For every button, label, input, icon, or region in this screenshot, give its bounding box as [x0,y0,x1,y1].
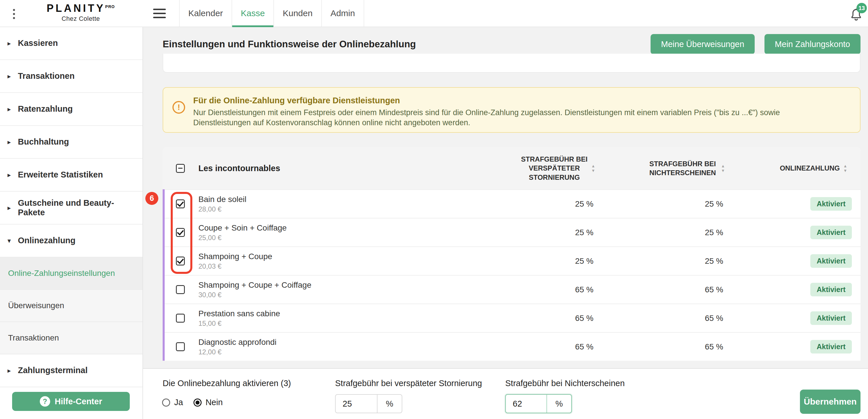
brand-pro-label: PRO [105,4,115,9]
help-center-button[interactable]: ? Hilfe-Center [12,392,130,411]
settings-footer: Die Onlinebezahlung aktivieren (3) Ja Ne… [143,368,868,419]
kebab-menu-icon[interactable] [10,7,18,21]
service-cell: Prestation sans cabine15,00 € [190,309,450,328]
caret-right-icon: ▸ [7,72,14,80]
sidebar-item-buchhaltung[interactable]: ▸ Buchhaltung [0,126,143,159]
sidebar-item-label: Ratenzahlung [18,104,73,114]
tab-kasse[interactable]: Kasse [231,0,273,27]
sort-asc-icon: ▲ [591,164,595,168]
table-group-title: Les incontournables [190,163,450,173]
sort-desc-icon: ▼ [721,169,725,173]
service-cell: Bain de soleil28,00 € [190,195,450,213]
brand-logo: PLANITYPRO Chez Colette [37,2,124,23]
sidebar-item-zahlungsterminal[interactable]: ▸ Zahlungsterminal [0,354,143,387]
sort-desc-icon: ▼ [591,169,595,173]
notification-badge: 13 [857,3,867,13]
status-badge: Aktiviert [810,254,852,268]
table-row: Shampoing + Coupe20,03 € 25 % 25 % Aktiv… [163,246,861,275]
status-badge: Aktiviert [810,283,852,296]
caret-right-icon: ▸ [7,138,14,146]
row-check-cell [163,342,190,351]
no-show-fee-label: Strafgebühr bei Nichterscheinen [505,379,625,388]
annotation-step-number: 6 [145,192,158,205]
late-cancel-value: 25 % [450,200,609,209]
sort-icon[interactable]: ▲▼ [591,164,595,173]
row-checkbox[interactable] [176,314,185,323]
table-row: Diagnostic approfondi12,00 € 65 % 65 % A… [163,332,861,361]
no-show-value: 25 % [609,200,738,209]
scrolled-card-partial [163,54,861,73]
radio-ja[interactable]: Ja [162,398,183,407]
sidebar-subitem-ueberweisungen[interactable]: Überweisungen [0,290,143,322]
no-show-value: 65 % [609,285,738,294]
brand-location: Chez Colette [37,15,124,23]
sidebar-item-label: Transaktionen [18,71,75,81]
caret-right-icon: ▸ [7,39,14,47]
radio-nein[interactable]: Nein [193,398,223,407]
select-all-checkbox[interactable] [176,164,185,173]
caret-down-icon: ▾ [7,237,14,244]
radio-circle-icon [162,398,170,407]
no-show-input-group: % [505,394,572,413]
brand-name-text: PLANITY [47,2,105,14]
status-badge: Aktiviert [810,311,852,325]
sort-icon[interactable]: ▲▼ [721,164,725,173]
status-cell: Aktiviert [738,254,861,268]
sort-icon[interactable]: ▲▼ [843,164,847,173]
sidebar-item-erweiterte-statistiken[interactable]: ▸ Erweiterte Statistiken [0,159,143,191]
main-tabs: Kalender Kasse Kunden Admin [179,0,364,27]
column-header-label: ONLINEZAHLUNG [780,163,840,173]
no-show-value: 65 % [609,314,738,323]
column-header-onlinezahlung[interactable]: ONLINEZAHLUNG ▲▼ [738,163,861,173]
late-cancel-value: 25 % [450,228,609,237]
service-name: Bain de soleil [198,195,450,204]
column-header-no-show[interactable]: STRAFGEBÜHR BEI NICHTERSCHEINEN ▲▼ [609,159,738,177]
sidebar-subitem-transaktionen[interactable]: Transaktionen [0,322,143,354]
annotation-highlight-rect [171,192,192,274]
caret-right-icon: ▸ [7,367,14,374]
service-price: 30,00 € [198,291,450,299]
notifications-bell[interactable]: 13 [849,7,864,23]
table-header-row: Les incontournables STRAFGEBÜHR BEI VERS… [163,147,861,189]
tab-admin[interactable]: Admin [321,0,364,27]
uebernehmen-button[interactable]: Übernehmen [800,390,861,414]
late-cancel-input[interactable] [336,395,377,413]
sidebar-item-kassieren[interactable]: ▸ Kassieren [0,27,143,60]
row-check-cell [163,285,190,294]
hamburger-menu-icon[interactable] [153,9,166,18]
late-cancel-input-group: % [335,394,402,413]
service-price: 25,00 € [198,234,450,242]
meine-ueberweisungen-button[interactable]: Meine Überweisungen [651,34,755,54]
status-badge: Aktiviert [810,197,852,211]
table-row: Prestation sans cabine15,00 € 65 % 65 % … [163,304,861,332]
services-table: Les incontournables STRAFGEBÜHR BEI VERS… [163,147,861,361]
row-checkbox[interactable] [176,285,185,294]
no-show-input[interactable] [506,395,547,413]
sidebar-item-onlinezahlung[interactable]: ▾ Onlinezahlung [0,225,143,258]
sidebar-item-transaktionen[interactable]: ▸ Transaktionen [0,60,143,93]
radio-circle-selected-icon [193,398,202,407]
status-cell: Aktiviert [738,311,861,325]
mein-zahlungskonto-button[interactable]: Mein Zahlungskonto [765,34,861,54]
sidebar-item-ratenzahlung[interactable]: ▸ Ratenzahlung [0,93,143,126]
tab-kunden[interactable]: Kunden [273,0,321,27]
alert-title: Für die Online-Zahlung verfügbare Dienst… [193,96,839,105]
sidebar-item-label: Gutscheine und Beauty-Pakete [18,198,116,217]
sidebar: ▸ Kassieren ▸ Transaktionen ▸ Ratenzahlu… [0,27,143,419]
tab-kalender[interactable]: Kalender [179,0,231,27]
service-name: Diagnostic approfondi [198,338,450,347]
sidebar-subitem-online-zahlungseinstellungen[interactable]: Online-Zahlungseinstellungen [0,258,143,290]
column-header-late-cancel[interactable]: STRAFGEBÜHR BEI VERSPÄTETER STORNIERUNG … [450,155,609,182]
topbar: PLANITYPRO Chez Colette Kalender Kasse K… [0,0,868,27]
no-show-value: 25 % [609,257,738,266]
sort-asc-icon: ▲ [721,164,725,168]
radio-nein-label: Nein [206,398,223,407]
service-cell: Shampoing + Coupe20,03 € [190,252,450,270]
service-price: 12,00 € [198,348,450,356]
warning-icon: ! [173,101,185,114]
page-header: Einstellungen und Funktionsweise der Onl… [163,32,861,56]
help-center-label: Hilfe-Center [55,397,102,406]
sidebar-item-gutscheine-beauty-pakete[interactable]: ▸ Gutscheine und Beauty-Pakete [0,191,143,225]
row-checkbox[interactable] [176,342,185,351]
main-content: Einstellungen und Funktionsweise der Onl… [143,27,868,419]
